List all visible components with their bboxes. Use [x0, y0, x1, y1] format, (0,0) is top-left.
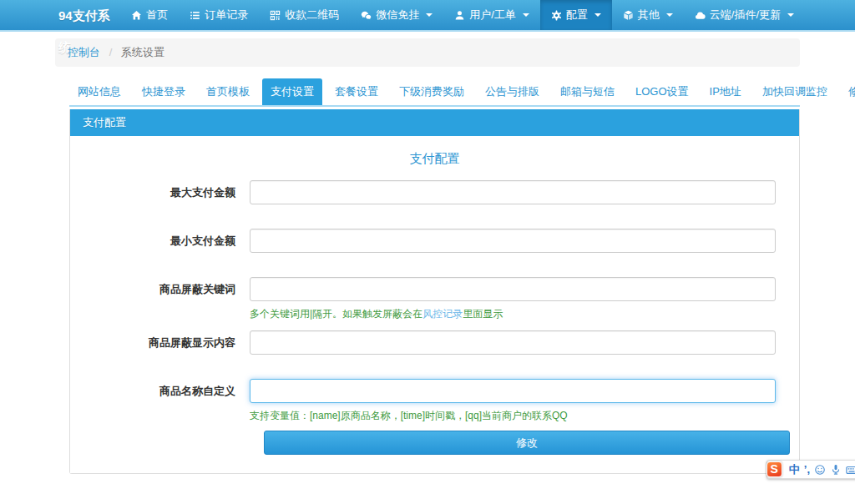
nav-item-orders[interactable]: 订单记录 [179, 0, 259, 30]
block-keywords-input[interactable] [250, 277, 776, 301]
breadcrumb-separator: / [109, 46, 113, 58]
tab-email-sms[interactable]: 邮箱与短信 [552, 78, 623, 105]
nav-item-label: 配置 [566, 8, 588, 23]
modify-button[interactable]: 修改 [264, 431, 790, 455]
tab-logo-settings[interactable]: LOGO设置 [627, 78, 697, 105]
qrcode-icon [270, 10, 281, 21]
nav-item-config[interactable]: 配置 [540, 0, 612, 30]
panel-header: 支付配置 [70, 109, 799, 136]
block-display-content-input[interactable] [250, 330, 776, 355]
custom-name-helper: 支持变量值：[name]原商品名称，[time]时间戳，[qq]当前商户的联系Q… [250, 409, 776, 422]
custom-product-name-input[interactable] [250, 379, 776, 403]
nav-item-qrcode[interactable]: 收款二维码 [259, 0, 350, 30]
nav-item-label: 微信免挂 [376, 8, 419, 23]
home-icon [131, 10, 142, 21]
sogou-logo[interactable]: S [766, 461, 782, 477]
cloud-icon [695, 10, 706, 21]
min-payment-amount-input[interactable] [250, 229, 776, 253]
nav-item-label: 收款二维码 [285, 8, 339, 23]
content-area: 网站信息 快捷登录 首页模板 支付设置 套餐设置 下级消费奖励 公告与排版 邮箱… [69, 78, 800, 474]
submit-row: 修改 [70, 431, 799, 455]
emoji-icon[interactable] [814, 464, 826, 476]
settings-tabs: 网站信息 快捷登录 首页模板 支付设置 套餐设置 下级消费奖励 公告与排版 邮箱… [69, 78, 800, 107]
chevron-down-icon [787, 13, 794, 17]
breadcrumb: 控制台 / 系统设置 [55, 38, 800, 67]
nav-item-label: 首页 [146, 8, 168, 23]
breadcrumb-current: 系统设置 [121, 46, 164, 58]
chevron-down-icon [523, 13, 529, 17]
nav-item-label: 用户/工单 [469, 8, 516, 23]
chevron-down-icon [426, 13, 433, 17]
max-payment-amount-input[interactable] [250, 180, 776, 204]
field-label: 商品名称自定义 [70, 379, 250, 422]
panel-body: 支付配置 最大支付金额 最小支付金额 商品屏蔽关键词 [70, 136, 799, 473]
tab-announcement[interactable]: 公告与排版 [477, 78, 548, 105]
nav-item-label: 云端/插件/更新 [710, 8, 781, 23]
block-keywords-helper: 多个关键词用|隔开。如果触发屏蔽会在风控记录里面显示 [250, 307, 776, 320]
nav-item-users-tickets[interactable]: 用户/工单 [443, 0, 540, 30]
tab-package-settings[interactable]: 套餐设置 [326, 78, 387, 105]
user-icon [454, 10, 465, 21]
tab-site-info[interactable]: 网站信息 [69, 78, 129, 105]
form-row-min-amount: 最小支付金额 [70, 229, 799, 253]
gear-icon [551, 10, 562, 21]
tab-home-template[interactable]: 首页模板 [198, 78, 258, 105]
top-navbar: 94支付系统 首页 订单记录 收款二维码 微信免挂 [0, 0, 855, 32]
tab-quick-login[interactable]: 快捷登录 [134, 78, 194, 105]
mic-icon[interactable] [830, 464, 842, 476]
tab-callback-monitor[interactable]: 加快回调监控 [754, 78, 836, 105]
nav-item-wechat[interactable]: 微信免挂 [350, 0, 443, 30]
brand-title[interactable]: 94支付系统 [58, 0, 120, 30]
chevron-down-icon [594, 13, 601, 17]
form-row-block-display: 商品屏蔽显示内容 [70, 330, 799, 355]
main-container: 控制台 / 系统设置 网站信息 快捷登录 首页模板 支付设置 套餐设置 下级消费… [55, 38, 800, 474]
field-label: 商品屏蔽关键词 [70, 277, 250, 320]
form-row-custom-name: 商品名称自定义 支持变量值：[name]原商品名称，[time]时间戳，[qq]… [70, 379, 799, 422]
helper-text: 里面显示 [463, 308, 503, 320]
form-title: 支付配置 [70, 151, 799, 167]
nav-item-other[interactable]: 其他 [612, 0, 684, 30]
payment-config-panel: 支付配置 支付配置 最大支付金额 最小支付金额 商品屏蔽关键词 [69, 109, 800, 474]
navbar-menu: 首页 订单记录 收款二维码 微信免挂 用户/工单 [120, 0, 805, 30]
ime-punctuation-toggle[interactable]: ’, [804, 461, 810, 478]
field-label: 商品屏蔽显示内容 [70, 330, 250, 355]
tab-sub-rewards[interactable]: 下级消费奖励 [391, 78, 473, 105]
keyboard-icon[interactable] [846, 464, 855, 476]
nav-item-label: 订单记录 [205, 8, 248, 23]
ime-lang-toggle[interactable]: 中 [789, 461, 800, 478]
nav-item-cloud-plugins[interactable]: 云端/插件/更新 [684, 0, 805, 30]
field-label: 最小支付金额 [70, 229, 250, 253]
nav-item-label: 其他 [638, 8, 660, 23]
wechat-icon [361, 10, 372, 21]
risk-record-link[interactable]: 风控记录 [422, 308, 463, 320]
box-icon [623, 10, 634, 21]
nav-item-home[interactable]: 首页 [120, 0, 179, 30]
form-row-max-amount: 最大支付金额 [70, 180, 799, 204]
ime-toolbar: S 中 ’, [766, 460, 855, 479]
tab-ip-address[interactable]: IP地址 [701, 78, 750, 105]
chevron-down-icon [666, 13, 673, 17]
tab-change-password[interactable]: 修改密码 [840, 78, 855, 105]
list-icon [190, 10, 200, 21]
form-row-block-keywords: 商品屏蔽关键词 多个关键词用|隔开。如果触发屏蔽会在风控记录里面显示 [70, 277, 799, 320]
field-label: 最大支付金额 [70, 180, 250, 204]
breadcrumb-link-console[interactable]: 控制台 [68, 46, 100, 58]
tab-payment-settings[interactable]: 支付设置 [262, 78, 322, 105]
helper-text: 多个关键词用|隔开。如果触发屏蔽会在 [250, 308, 422, 320]
